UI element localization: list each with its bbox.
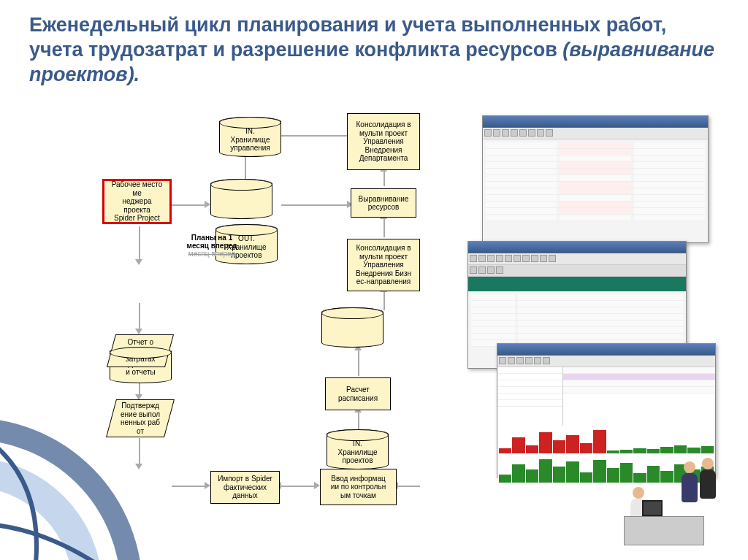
label: Ввод информации по контрольным точкам (331, 475, 386, 500)
node-input-control-points: Ввод информации по контрольным точкам (320, 469, 397, 505)
node-consolidation-dept: Консолидация вмульти проектУправленияВне… (347, 113, 420, 170)
page-title: Еженедельный цикл планирования и учета в… (29, 13, 719, 87)
annotation-plans: Планы на 1 месяц вперед месяц вперед (179, 234, 245, 258)
node-workplace-spider: Рабочее место менеджерапроектаSpider Pro… (102, 179, 172, 224)
annot-l1: Планы на 1 (191, 234, 232, 242)
flowchart-diagram: IN.Хранилищеуправления Консолидация вмул… (0, 113, 748, 560)
label: Рабочее место менеджерапроектаSpider Pro… (107, 180, 167, 223)
label: IN.Хранилищепроектов (338, 440, 378, 465)
label: Подтверждение выполненных работ (121, 402, 160, 435)
node-consolidation-biz: Консолидация вмульти проектУправленияВне… (347, 239, 420, 291)
label: Расчетрасписания (338, 386, 378, 402)
label: Консолидация вмульти проектУправленияВне… (356, 120, 411, 163)
label: Импорт в Spiderфактическихданных (218, 475, 272, 500)
label: Выравниваниересурсов (359, 195, 409, 212)
label: IN.Хранилищеуправления (230, 127, 270, 153)
annot-l3: месяц вперед (188, 250, 235, 258)
node-in-mgmt-store: IN.Хранилищеуправления (219, 117, 281, 157)
node-in-project-store: IN.Хранилищепроектов (327, 429, 389, 469)
node-confirm-work: Подтверждение выполненных работ (106, 399, 175, 437)
node-resource-leveling: Выравниваниересурсов (351, 188, 416, 218)
node-import-spider: Импорт в Spiderфактическихданных (210, 471, 280, 504)
label: Консолидация вмульти проектУправленияВне… (356, 244, 411, 286)
node-schedule-calc: Расчетрасписания (325, 377, 391, 410)
annot-l2: месяц вперед (187, 242, 237, 250)
